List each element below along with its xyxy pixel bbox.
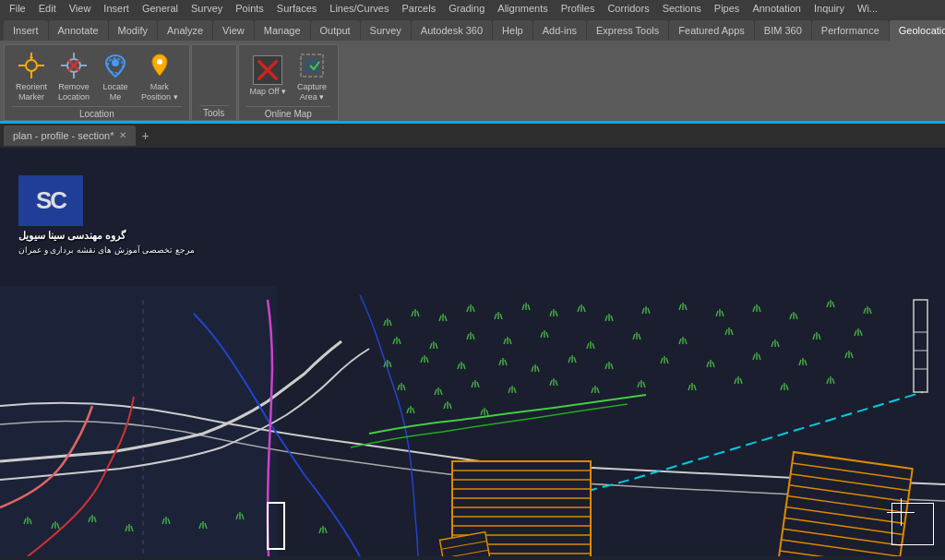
- tab-express-tools[interactable]: Express Tools: [587, 20, 668, 41]
- watermark-subtitle: مرجع تخصصی آموزش های نقشه برداری و عمران: [18, 245, 195, 255]
- location-buttons: ReorientMarker RemoveLocation: [12, 49, 182, 104]
- tab-manage[interactable]: Manage: [255, 20, 310, 41]
- menu-grading[interactable]: Grading: [443, 0, 490, 17]
- crosshair-cursor: [891, 503, 934, 545]
- menu-corridors[interactable]: Corridors: [602, 0, 654, 17]
- doc-tab-strip: plan - profile - section* ✕ +: [0, 124, 945, 148]
- menu-wi[interactable]: Wi...: [852, 0, 883, 17]
- logo-box: SC: [18, 175, 83, 226]
- capture-area-label: CaptureArea ▾: [297, 82, 327, 102]
- doc-tab-label: plan - profile - section*: [13, 128, 114, 143]
- menu-survey[interactable]: Survey: [185, 0, 228, 17]
- panel-location: ReorientMarker RemoveLocation: [4, 44, 190, 121]
- svg-point-0: [26, 60, 37, 71]
- capture-area-button[interactable]: CaptureArea ▾: [293, 49, 330, 104]
- locate-me-icon: [101, 51, 130, 80]
- menu-annotation[interactable]: Annotation: [747, 0, 807, 17]
- watermark: SC گروه مهندسی سینا سیویل مرجع تخصصی آمو…: [18, 175, 195, 255]
- tab-autodesk360[interactable]: Autodesk 360: [412, 20, 492, 41]
- menu-insert[interactable]: Insert: [98, 0, 135, 17]
- map-off-label: Map Off ▾: [250, 87, 286, 97]
- menu-edit[interactable]: Edit: [33, 0, 62, 17]
- panel-online-map: Map Off ▾ CaptureArea ▾ Online Map: [238, 44, 339, 121]
- tab-annotate[interactable]: Annotate: [49, 20, 108, 41]
- tab-insert[interactable]: Insert: [4, 20, 48, 41]
- location-panel-label: Location: [12, 106, 182, 119]
- remove-location-button[interactable]: RemoveLocation: [54, 49, 93, 104]
- tab-geolocation[interactable]: Geolocation: [890, 20, 945, 41]
- menu-bar: File Edit View Insert General Survey Poi…: [0, 0, 945, 17]
- reorient-marker-button[interactable]: ReorientMarker: [12, 49, 51, 104]
- tab-featured-apps[interactable]: Featured Apps: [669, 20, 754, 41]
- remove-location-icon: [59, 51, 89, 80]
- tab-addins[interactable]: Add-ins: [533, 20, 586, 41]
- menu-alignments[interactable]: Alignments: [492, 0, 553, 17]
- mark-position-icon: [145, 51, 174, 80]
- menu-file[interactable]: File: [4, 0, 31, 17]
- crosshair-lines: [887, 498, 915, 526]
- menu-profiles[interactable]: Profiles: [556, 0, 601, 17]
- tab-bim360[interactable]: BIM 360: [755, 20, 811, 41]
- menu-points[interactable]: Points: [230, 0, 269, 17]
- remove-location-label: RemoveLocation: [58, 82, 90, 102]
- menu-sections[interactable]: Sections: [657, 0, 707, 17]
- mark-position-button[interactable]: MarkPosition ▾: [138, 49, 182, 104]
- online-map-panel-label: Online Map: [246, 106, 330, 119]
- menu-pipes[interactable]: Pipes: [709, 0, 746, 17]
- menu-lines-curves[interactable]: Lines/Curves: [324, 0, 394, 17]
- reorient-marker-label: ReorientMarker: [16, 82, 47, 102]
- watermark-company: گروه مهندسی سینا سیویل: [18, 230, 195, 242]
- mark-position-label: MarkPosition ▾: [141, 82, 178, 102]
- tab-analyze[interactable]: Analyze: [158, 20, 212, 41]
- ribbon-panel-area: ReorientMarker RemoveLocation: [0, 41, 945, 124]
- panel-tools: Tools: [191, 44, 237, 121]
- logo-text: SC: [36, 186, 66, 215]
- menu-view[interactable]: View: [64, 0, 97, 17]
- drawing-canvas[interactable]: Wireframe]: [0, 148, 945, 556]
- map-off-icon: [253, 55, 282, 85]
- tools-panel-label: Tools: [199, 105, 229, 118]
- tab-modify[interactable]: Modify: [109, 20, 157, 41]
- map-off-button[interactable]: Map Off ▾: [246, 54, 290, 99]
- ribbon-tab-bar: Insert Annotate Modify Analyze View Mana…: [0, 17, 945, 41]
- reorient-marker-icon: [17, 51, 46, 80]
- close-doc-tab-button[interactable]: ✕: [119, 128, 126, 143]
- new-tab-button[interactable]: +: [138, 128, 152, 143]
- online-map-buttons: Map Off ▾ CaptureArea ▾: [246, 49, 330, 104]
- locate-me-button[interactable]: LocateMe: [97, 49, 134, 104]
- tab-view[interactable]: View: [213, 20, 254, 41]
- menu-general[interactable]: General: [137, 0, 184, 17]
- doc-tab-plan[interactable]: plan - profile - section* ✕: [4, 125, 136, 146]
- menu-surfaces[interactable]: Surfaces: [271, 0, 322, 17]
- menu-inquiry[interactable]: Inquiry: [808, 0, 850, 17]
- tab-performance[interactable]: Performance: [812, 20, 889, 41]
- tab-survey[interactable]: Survey: [361, 20, 411, 41]
- svg-marker-5: [30, 54, 33, 58]
- menu-parcels[interactable]: Parcels: [396, 0, 441, 17]
- tab-output[interactable]: Output: [311, 20, 360, 41]
- locate-me-label: LocateMe: [103, 82, 128, 102]
- svg-point-15: [157, 59, 162, 65]
- tab-help[interactable]: Help: [493, 20, 532, 41]
- svg-point-13: [112, 59, 119, 66]
- capture-area-icon: [297, 51, 327, 80]
